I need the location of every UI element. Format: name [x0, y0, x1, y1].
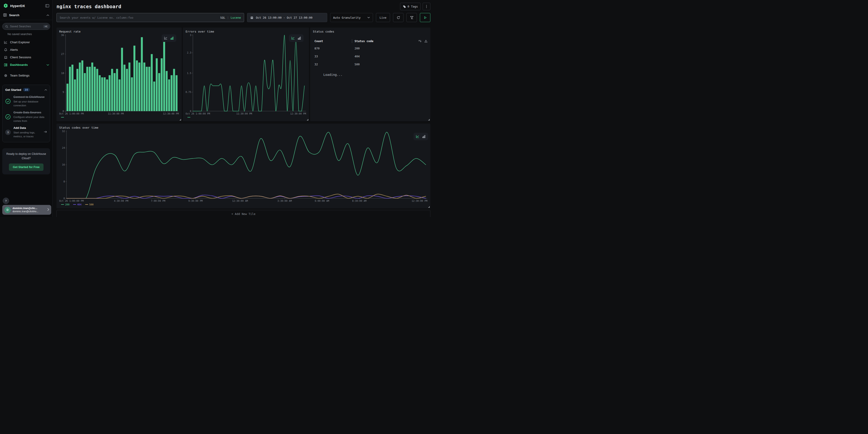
svg-text:12:30:00 PM: 12:30:00 PM [290, 112, 306, 115]
run-query-button[interactable] [420, 13, 430, 22]
event-search-input[interactable]: Search your events w/ Lucene ex. column:… [57, 13, 244, 22]
sort-icon[interactable] [418, 39, 422, 43]
saved-searches-input[interactable]: Saved Searches ⌘K [2, 23, 50, 30]
legend-item-series[interactable] [187, 117, 190, 118]
sidebar-item-search[interactable]: Search [0, 11, 52, 20]
refresh-button[interactable] [393, 13, 403, 22]
chart-type-toolbar [413, 133, 428, 140]
chart-type-toolbar [289, 34, 304, 42]
resize-handle[interactable] [428, 119, 430, 120]
filter-button[interactable] [406, 13, 417, 22]
svg-text:6:00:00 AM: 6:00:00 AM [315, 199, 329, 202]
column-divider[interactable] [352, 39, 352, 43]
step-number-badge: 3 [5, 130, 11, 135]
svg-text:12:30:00 AM: 12:30:00 AM [232, 199, 248, 202]
user-profile-chip[interactable]: D dominic.tran@clic... dominic.tran@clic… [2, 205, 51, 215]
legend-item-series[interactable] [61, 117, 64, 118]
svg-text:16: 16 [62, 163, 65, 166]
legend-item-500[interactable]: 500 [85, 203, 94, 206]
bar-chart-icon[interactable] [170, 36, 174, 40]
step-title: Create Data Sources [13, 111, 47, 115]
svg-text:0: 0 [64, 197, 65, 200]
request-rate-chart[interactable]: 09182736Oct 26 1:00:00 PM11:30:00 PM12:3… [59, 33, 179, 115]
get-started-step-add-data[interactable]: 3 Add Data Start sending logs, metrics, … [5, 126, 47, 138]
nav-label: Alerts [10, 48, 18, 52]
svg-text:32: 32 [62, 130, 65, 132]
get-started-free-button[interactable]: Get Started for Free [9, 163, 43, 171]
panel-title: Status codes over time [59, 126, 428, 129]
svg-text:Oct 26 1:00:00 PM: Oct 26 1:00:00 PM [186, 112, 210, 115]
sidebar-item-client-sessions[interactable]: Client Sessions [0, 54, 52, 61]
main-content: nginx traces dashboard 0 Tags Search you… [53, 0, 434, 217]
panel-status-codes-over-time: Status codes over time 08162432Oct 26 1:… [57, 124, 430, 208]
divider: | [228, 16, 228, 19]
table-row[interactable]: 33404 [314, 54, 428, 59]
table-row[interactable]: 870200 [314, 46, 428, 51]
sidebar-item-dashboards[interactable]: Dashboards [0, 61, 52, 68]
get-started-card: Get Started 2/3 Connect to ClickHouse Se… [2, 85, 50, 142]
resize-handle[interactable] [428, 206, 430, 208]
loading-text: Loading... [323, 73, 428, 76]
sidebar-item-team-settings[interactable]: Team Settings [0, 72, 52, 79]
table-row[interactable]: 32500 [314, 62, 428, 67]
svg-text:0.75: 0.75 [186, 91, 191, 93]
column-header-count[interactable]: Count [314, 39, 352, 43]
get-started-step-sources[interactable]: Create Data Sources Configure where your… [5, 111, 47, 123]
line-chart-icon[interactable] [416, 134, 420, 138]
svg-text:8: 8 [64, 180, 65, 183]
sidebar-collapse-icon[interactable] [45, 4, 49, 7]
chevron-down-icon[interactable] [46, 63, 49, 66]
more-menu-button[interactable] [423, 3, 430, 10]
resize-handle[interactable] [307, 119, 308, 120]
hyperdx-logo-icon [3, 3, 8, 8]
filter-funnel-icon [410, 16, 414, 20]
errors-over-time-chart[interactable]: 00.751.52.33Oct 26 1:00:00 PM11:30:00 PM… [186, 33, 306, 115]
chevron-up-icon[interactable] [44, 88, 47, 92]
resize-handle[interactable] [180, 119, 181, 120]
granularity-select[interactable]: Auto Granularity [330, 13, 373, 22]
granularity-value: Auto Granularity [333, 16, 361, 19]
refresh-icon [396, 16, 400, 20]
add-new-tile-button[interactable]: + Add New Tile [57, 210, 430, 217]
arrow-right-icon [43, 130, 47, 134]
status-codes-over-time-chart[interactable]: 08162432Oct 26 1:00:00 PM4:30:00 PM7:00:… [59, 129, 428, 203]
brand-name: HyperDX [10, 4, 25, 8]
svg-text:12:30:00 PM: 12:30:00 PM [163, 112, 179, 115]
line-chart-icon[interactable] [291, 36, 295, 40]
svg-text:18: 18 [61, 72, 64, 74]
step-title: Add Data [13, 126, 41, 130]
line-chart-icon[interactable] [164, 36, 168, 40]
panel-title: Errors over time [186, 30, 306, 33]
sidebar-item-alerts[interactable]: Alerts [0, 46, 52, 54]
help-button[interactable]: ? [3, 198, 9, 204]
bar-chart-icon[interactable] [298, 36, 301, 40]
sidebar: HyperDX Search Saved Searches ⌘K No save… [0, 0, 53, 217]
chevron-up-icon[interactable] [46, 13, 49, 17]
get-started-header[interactable]: Get Started 2/3 [5, 88, 47, 92]
svg-text:9: 9 [63, 91, 64, 93]
column-header-status-code[interactable]: Status code [354, 39, 373, 43]
download-icon[interactable] [424, 39, 428, 43]
legend-item-200[interactable]: 200 [61, 203, 69, 206]
nav-label: Dashboards [10, 63, 28, 66]
svg-text:12:30:00 PM: 12:30:00 PM [411, 199, 427, 202]
clickhouse-cloud-card: Ready to deploy on ClickHouse Cloud? Get… [2, 148, 50, 175]
chevron-right-icon [47, 208, 49, 212]
bar-chart-icon[interactable] [422, 134, 426, 138]
chart-legend [59, 115, 179, 119]
get-started-progress-badge: 2/3 [23, 88, 30, 92]
svg-text:2.3: 2.3 [187, 51, 191, 54]
panel-errors-over-time: Errors over time 00.751.52.33Oct 26 1:00… [183, 28, 309, 121]
legend-item-404[interactable]: 404 [73, 203, 82, 206]
lucene-toggle[interactable]: Lucene [231, 16, 241, 19]
laptop-icon [4, 56, 7, 59]
get-started-step-connect[interactable]: Connect to ClickHouse Set up your databa… [5, 95, 47, 107]
sql-toggle[interactable]: SQL [220, 16, 225, 19]
sidebar-item-chart-explorer[interactable]: Chart Explorer [0, 38, 52, 46]
sidebar-search-label: Search [9, 13, 19, 17]
tags-button[interactable]: 0 Tags [400, 3, 421, 10]
live-button[interactable]: Live [376, 13, 390, 22]
date-range-input[interactable]: Oct 26 13:00:00 - Oct 27 13:00:00 [247, 13, 327, 22]
check-circle-icon [5, 99, 11, 104]
svg-text:1.5: 1.5 [187, 72, 191, 74]
